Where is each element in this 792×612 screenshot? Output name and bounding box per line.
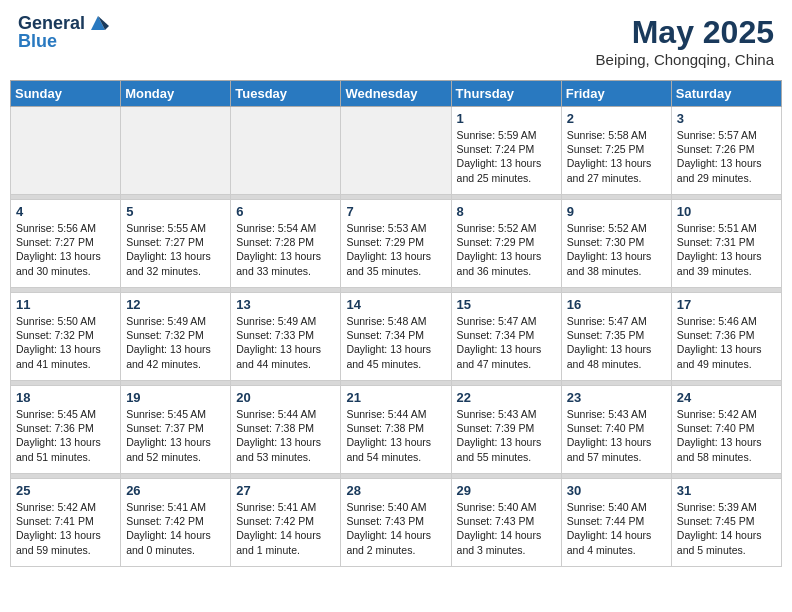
day-number: 13 <box>236 297 335 312</box>
day-number: 4 <box>16 204 115 219</box>
calendar-cell: 21Sunrise: 5:44 AM Sunset: 7:38 PM Dayli… <box>341 386 451 474</box>
day-number: 11 <box>16 297 115 312</box>
day-number: 1 <box>457 111 556 126</box>
calendar-week-row: 4Sunrise: 5:56 AM Sunset: 7:27 PM Daylig… <box>11 200 782 288</box>
weekday-header: Tuesday <box>231 81 341 107</box>
calendar-cell <box>341 107 451 195</box>
day-detail: Sunrise: 5:54 AM Sunset: 7:28 PM Dayligh… <box>236 221 335 278</box>
calendar-cell: 10Sunrise: 5:51 AM Sunset: 7:31 PM Dayli… <box>671 200 781 288</box>
calendar-cell: 15Sunrise: 5:47 AM Sunset: 7:34 PM Dayli… <box>451 293 561 381</box>
day-number: 16 <box>567 297 666 312</box>
calendar-week-row: 25Sunrise: 5:42 AM Sunset: 7:41 PM Dayli… <box>11 479 782 567</box>
day-detail: Sunrise: 5:52 AM Sunset: 7:30 PM Dayligh… <box>567 221 666 278</box>
day-number: 15 <box>457 297 556 312</box>
title-block: May 2025 Beiping, Chongqing, China <box>596 14 774 68</box>
month-title: May 2025 <box>596 14 774 51</box>
day-number: 26 <box>126 483 225 498</box>
calendar-week-row: 1Sunrise: 5:59 AM Sunset: 7:24 PM Daylig… <box>11 107 782 195</box>
weekday-header-row: SundayMondayTuesdayWednesdayThursdayFrid… <box>11 81 782 107</box>
weekday-header: Thursday <box>451 81 561 107</box>
day-detail: Sunrise: 5:43 AM Sunset: 7:40 PM Dayligh… <box>567 407 666 464</box>
calendar-cell: 11Sunrise: 5:50 AM Sunset: 7:32 PM Dayli… <box>11 293 121 381</box>
day-detail: Sunrise: 5:57 AM Sunset: 7:26 PM Dayligh… <box>677 128 776 185</box>
day-detail: Sunrise: 5:49 AM Sunset: 7:33 PM Dayligh… <box>236 314 335 371</box>
calendar-cell <box>11 107 121 195</box>
day-detail: Sunrise: 5:51 AM Sunset: 7:31 PM Dayligh… <box>677 221 776 278</box>
day-detail: Sunrise: 5:48 AM Sunset: 7:34 PM Dayligh… <box>346 314 445 371</box>
weekday-header: Friday <box>561 81 671 107</box>
day-detail: Sunrise: 5:50 AM Sunset: 7:32 PM Dayligh… <box>16 314 115 371</box>
day-detail: Sunrise: 5:52 AM Sunset: 7:29 PM Dayligh… <box>457 221 556 278</box>
calendar-cell: 17Sunrise: 5:46 AM Sunset: 7:36 PM Dayli… <box>671 293 781 381</box>
day-number: 17 <box>677 297 776 312</box>
calendar-table: SundayMondayTuesdayWednesdayThursdayFrid… <box>10 80 782 567</box>
day-detail: Sunrise: 5:43 AM Sunset: 7:39 PM Dayligh… <box>457 407 556 464</box>
day-number: 21 <box>346 390 445 405</box>
calendar-cell: 25Sunrise: 5:42 AM Sunset: 7:41 PM Dayli… <box>11 479 121 567</box>
day-detail: Sunrise: 5:39 AM Sunset: 7:45 PM Dayligh… <box>677 500 776 557</box>
calendar-cell: 19Sunrise: 5:45 AM Sunset: 7:37 PM Dayli… <box>121 386 231 474</box>
day-detail: Sunrise: 5:45 AM Sunset: 7:37 PM Dayligh… <box>126 407 225 464</box>
day-detail: Sunrise: 5:41 AM Sunset: 7:42 PM Dayligh… <box>126 500 225 557</box>
weekday-header: Saturday <box>671 81 781 107</box>
calendar-cell: 27Sunrise: 5:41 AM Sunset: 7:42 PM Dayli… <box>231 479 341 567</box>
day-detail: Sunrise: 5:40 AM Sunset: 7:43 PM Dayligh… <box>457 500 556 557</box>
day-detail: Sunrise: 5:40 AM Sunset: 7:43 PM Dayligh… <box>346 500 445 557</box>
calendar-cell: 6Sunrise: 5:54 AM Sunset: 7:28 PM Daylig… <box>231 200 341 288</box>
day-number: 19 <box>126 390 225 405</box>
calendar-cell: 20Sunrise: 5:44 AM Sunset: 7:38 PM Dayli… <box>231 386 341 474</box>
day-detail: Sunrise: 5:41 AM Sunset: 7:42 PM Dayligh… <box>236 500 335 557</box>
day-number: 30 <box>567 483 666 498</box>
day-number: 10 <box>677 204 776 219</box>
calendar-cell: 23Sunrise: 5:43 AM Sunset: 7:40 PM Dayli… <box>561 386 671 474</box>
calendar-cell <box>231 107 341 195</box>
day-number: 5 <box>126 204 225 219</box>
day-detail: Sunrise: 5:44 AM Sunset: 7:38 PM Dayligh… <box>346 407 445 464</box>
day-number: 27 <box>236 483 335 498</box>
day-number: 23 <box>567 390 666 405</box>
day-number: 6 <box>236 204 335 219</box>
day-detail: Sunrise: 5:58 AM Sunset: 7:25 PM Dayligh… <box>567 128 666 185</box>
calendar-cell: 5Sunrise: 5:55 AM Sunset: 7:27 PM Daylig… <box>121 200 231 288</box>
day-number: 7 <box>346 204 445 219</box>
day-detail: Sunrise: 5:55 AM Sunset: 7:27 PM Dayligh… <box>126 221 225 278</box>
day-number: 2 <box>567 111 666 126</box>
day-detail: Sunrise: 5:56 AM Sunset: 7:27 PM Dayligh… <box>16 221 115 278</box>
location: Beiping, Chongqing, China <box>596 51 774 68</box>
calendar-cell: 24Sunrise: 5:42 AM Sunset: 7:40 PM Dayli… <box>671 386 781 474</box>
calendar-cell: 29Sunrise: 5:40 AM Sunset: 7:43 PM Dayli… <box>451 479 561 567</box>
weekday-header: Wednesday <box>341 81 451 107</box>
logo: General Blue <box>18 14 109 52</box>
day-detail: Sunrise: 5:47 AM Sunset: 7:34 PM Dayligh… <box>457 314 556 371</box>
calendar-cell: 2Sunrise: 5:58 AM Sunset: 7:25 PM Daylig… <box>561 107 671 195</box>
day-number: 29 <box>457 483 556 498</box>
day-number: 9 <box>567 204 666 219</box>
calendar-cell: 1Sunrise: 5:59 AM Sunset: 7:24 PM Daylig… <box>451 107 561 195</box>
weekday-header: Monday <box>121 81 231 107</box>
day-number: 22 <box>457 390 556 405</box>
calendar-cell: 7Sunrise: 5:53 AM Sunset: 7:29 PM Daylig… <box>341 200 451 288</box>
calendar-cell: 28Sunrise: 5:40 AM Sunset: 7:43 PM Dayli… <box>341 479 451 567</box>
day-number: 28 <box>346 483 445 498</box>
day-detail: Sunrise: 5:53 AM Sunset: 7:29 PM Dayligh… <box>346 221 445 278</box>
calendar-week-row: 18Sunrise: 5:45 AM Sunset: 7:36 PM Dayli… <box>11 386 782 474</box>
day-detail: Sunrise: 5:46 AM Sunset: 7:36 PM Dayligh… <box>677 314 776 371</box>
calendar-week-row: 11Sunrise: 5:50 AM Sunset: 7:32 PM Dayli… <box>11 293 782 381</box>
day-detail: Sunrise: 5:49 AM Sunset: 7:32 PM Dayligh… <box>126 314 225 371</box>
day-number: 8 <box>457 204 556 219</box>
calendar-cell: 31Sunrise: 5:39 AM Sunset: 7:45 PM Dayli… <box>671 479 781 567</box>
day-number: 25 <box>16 483 115 498</box>
calendar-cell: 22Sunrise: 5:43 AM Sunset: 7:39 PM Dayli… <box>451 386 561 474</box>
logo-icon <box>87 12 109 34</box>
calendar-cell: 30Sunrise: 5:40 AM Sunset: 7:44 PM Dayli… <box>561 479 671 567</box>
calendar-cell: 16Sunrise: 5:47 AM Sunset: 7:35 PM Dayli… <box>561 293 671 381</box>
calendar-cell: 13Sunrise: 5:49 AM Sunset: 7:33 PM Dayli… <box>231 293 341 381</box>
calendar-cell: 9Sunrise: 5:52 AM Sunset: 7:30 PM Daylig… <box>561 200 671 288</box>
day-number: 14 <box>346 297 445 312</box>
page-header: General Blue May 2025 Beiping, Chongqing… <box>10 10 782 72</box>
day-number: 20 <box>236 390 335 405</box>
calendar-cell: 8Sunrise: 5:52 AM Sunset: 7:29 PM Daylig… <box>451 200 561 288</box>
calendar-cell: 4Sunrise: 5:56 AM Sunset: 7:27 PM Daylig… <box>11 200 121 288</box>
day-number: 18 <box>16 390 115 405</box>
calendar-cell: 18Sunrise: 5:45 AM Sunset: 7:36 PM Dayli… <box>11 386 121 474</box>
